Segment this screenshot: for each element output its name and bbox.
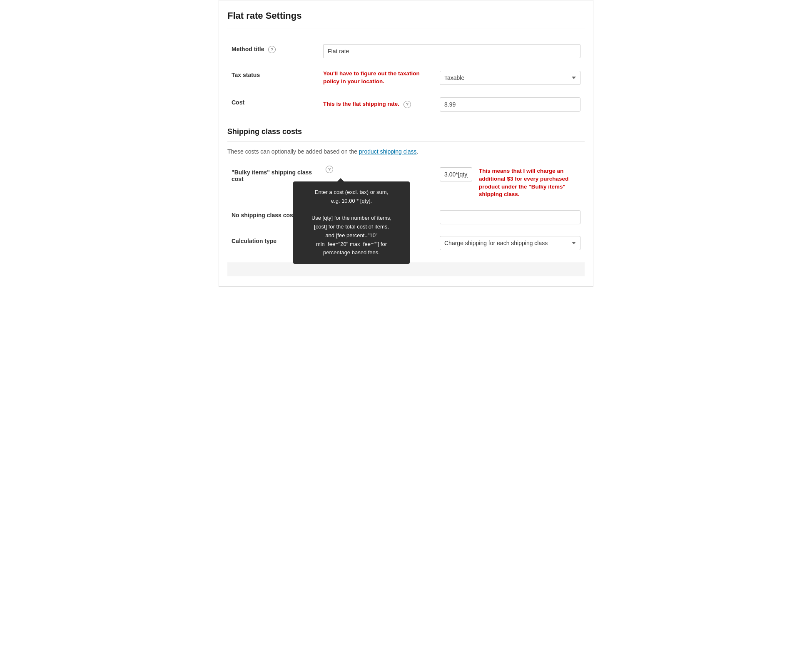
cost-annotation-cell: This is the flat shipping rate. ? (319, 92, 436, 117)
calculation-type-row: Calculation type Charge shipping for eac… (227, 230, 585, 256)
tax-status-select[interactable]: Taxable None (440, 71, 580, 85)
bulky-items-row: "Bulky items" shipping class cost ? Ente… (227, 161, 585, 205)
title-divider (227, 28, 585, 28)
cost-help-icon[interactable]: ? (404, 101, 411, 108)
calculation-type-empty-cell (319, 230, 436, 256)
bulky-items-input-row: This means that I will charge an additio… (440, 167, 580, 199)
cost-row: Cost This is the flat shipping rate. ? (227, 92, 585, 117)
no-shipping-class-empty-cell (319, 204, 436, 230)
shipping-class-divider (227, 141, 585, 142)
no-shipping-class-row: No shipping class cost (227, 204, 585, 230)
cost-input[interactable] (440, 97, 580, 112)
no-shipping-class-input-cell (436, 204, 585, 230)
bulky-items-tooltip-cell: ? Enter a cost (excl. tax) or sum, e.g. … (319, 161, 436, 205)
bulky-items-annotation: This means that I will charge an additio… (479, 168, 568, 198)
calculation-type-input-cell: Charge shipping for each shipping class … (436, 230, 585, 256)
bulky-items-annotation-wrapper: This means that I will charge an additio… (472, 167, 580, 199)
bulky-items-input-annotation-cell: This means that I will charge an additio… (436, 161, 585, 205)
settings-form: Method title ? Tax status You'll have to… (227, 38, 585, 117)
calculation-type-select[interactable]: Charge shipping for each shipping class … (440, 236, 580, 250)
cost-label-cell: Cost (227, 92, 319, 117)
no-shipping-class-input[interactable] (440, 210, 580, 224)
bulky-items-help-container: ? Enter a cost (excl. tax) or sum, e.g. … (323, 166, 333, 173)
tax-status-label: Tax status (227, 64, 319, 92)
tax-status-annotation-cell: You'll have to figure out the taxation p… (319, 64, 436, 92)
method-title-label: Method title ? (227, 38, 319, 64)
tooltip-line2: e.g. 10.00 * [qty]. (331, 198, 372, 204)
shipping-class-description: These costs can optionally be added base… (227, 148, 585, 155)
bulky-items-input-wrapper (440, 167, 472, 181)
product-shipping-class-link[interactable]: product shipping class (359, 148, 417, 155)
tax-status-input-cell: Taxable None (436, 64, 585, 92)
calculation-type-label: Calculation type (227, 230, 319, 256)
method-title-row: Method title ? (227, 38, 585, 64)
tax-status-row: Tax status You'll have to figure out the… (227, 64, 585, 92)
cost-input-cell (436, 92, 585, 117)
tooltip-line1: Enter a cost (excl. tax) or sum, (315, 189, 388, 195)
page-title: Flat rate Settings (227, 10, 585, 21)
method-title-input[interactable] (323, 44, 580, 58)
shipping-class-form: "Bulky items" shipping class cost ? Ente… (227, 161, 585, 256)
shipping-class-costs-heading: Shipping class costs (227, 127, 585, 136)
tax-status-annotation: You'll have to figure out the taxation p… (323, 70, 420, 84)
flat-rate-settings-panel: Flat rate Settings Method title ? Tax st… (219, 0, 593, 287)
bulky-items-input[interactable] (440, 167, 472, 181)
bulky-items-label-cell: "Bulky items" shipping class cost (227, 161, 319, 205)
method-title-input-cell (319, 38, 585, 64)
bulky-items-help-icon[interactable]: ? (326, 166, 333, 173)
method-title-help-icon[interactable]: ? (268, 46, 276, 53)
no-shipping-class-label: No shipping class cost (227, 204, 319, 230)
cost-annotation: This is the flat shipping rate. (323, 101, 399, 107)
bottom-bar (227, 263, 585, 276)
